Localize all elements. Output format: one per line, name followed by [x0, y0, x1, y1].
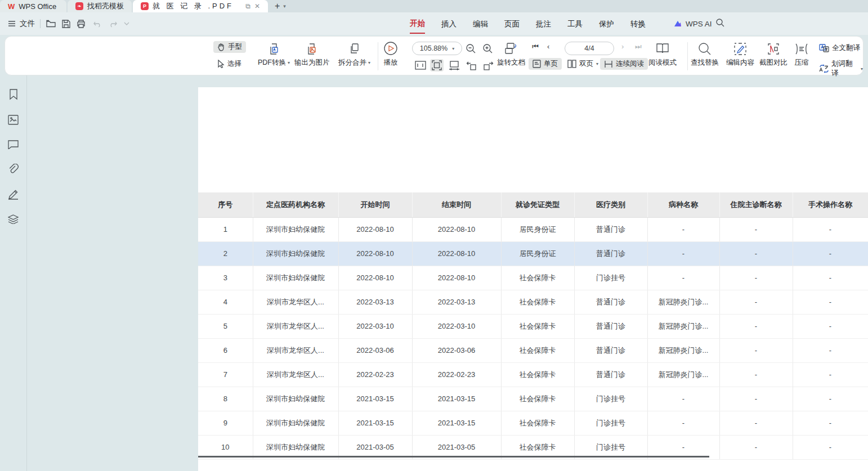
chevron-down-icon[interactable] [122, 19, 132, 29]
menu-tab-page[interactable]: 页面 [504, 14, 520, 33]
divider [687, 42, 688, 70]
tab-label: 就 医 记 录 .PDF [153, 1, 234, 11]
play-button[interactable]: 播放 [383, 41, 398, 68]
hand-tool-button[interactable]: 手型 [213, 41, 246, 53]
column-header: 结束时间 [412, 192, 501, 217]
table-cell: - [793, 266, 868, 290]
thumbnail-icon[interactable] [8, 115, 19, 127]
wps-ai-button[interactable]: WPS AI [673, 12, 712, 35]
double-page-button[interactable]: 双页 ▾ [563, 58, 602, 70]
continuous-read-label: 连续阅读 [616, 59, 644, 69]
tab-label: 找稻壳模板 [87, 1, 124, 11]
rotate-document-button[interactable]: 旋转文档 [497, 42, 525, 68]
zoom-in-icon[interactable] [482, 43, 493, 53]
save-icon[interactable] [61, 19, 71, 29]
table-cell: - [719, 314, 793, 338]
table-cell: 门诊挂号 [574, 411, 647, 435]
first-page-icon[interactable]: ⏮ [532, 42, 539, 51]
tab-document-pdf[interactable]: P 就 医 记 录 .PDF ⧉ ✕ [133, 0, 268, 12]
wps-logo-icon: W [8, 2, 15, 11]
column-header: 手术操作名称 [793, 192, 868, 217]
continuous-read-button[interactable]: 连续阅读 [600, 58, 648, 70]
actual-size-button[interactable] [414, 59, 427, 71]
fit-width-button[interactable] [448, 59, 461, 71]
table-cell: 社会保障卡 [501, 362, 574, 387]
table-cell: 2022-03-13 [338, 290, 412, 314]
single-page-icon [533, 60, 541, 68]
table-cell: - [719, 387, 793, 411]
read-mode-button[interactable]: 阅读模式 [648, 42, 677, 68]
double-page-icon [567, 60, 576, 68]
word-translate-button[interactable]: 划词翻译 ▾ [819, 59, 863, 78]
export-image-button[interactable]: 输出为图片 [294, 42, 330, 68]
compress-button[interactable]: 压缩 [794, 42, 809, 68]
zoom-out-icon[interactable] [466, 43, 476, 53]
menu-tab-convert[interactable]: 转换 [630, 14, 646, 33]
comment-icon[interactable] [8, 140, 19, 151]
single-page-button[interactable]: 单页 [529, 58, 562, 70]
tab-docer-templates[interactable]: ❧ 找稻壳模板 [68, 0, 132, 12]
hand-icon [217, 43, 225, 51]
export-image-label: 输出为图片 [294, 58, 330, 68]
tab-label: WPS Office [19, 2, 56, 11]
table-cell: - [793, 217, 868, 241]
signature-icon[interactable] [8, 189, 19, 202]
table-cell: - [719, 338, 793, 362]
tab-wps-office[interactable]: W WPS Office [0, 0, 66, 12]
file-menu-button[interactable]: 文件 [7, 19, 35, 29]
menu-tab-edit[interactable]: 编辑 [473, 14, 488, 33]
column-header: 住院主诊断名称 [719, 192, 793, 217]
layers-icon[interactable] [8, 214, 19, 226]
search-icon[interactable] [715, 17, 725, 28]
table-cell: 深圳市妇幼保健院 [253, 241, 338, 266]
table-cell: 2021-03-15 [412, 387, 501, 411]
table-cell: 3 [198, 266, 253, 290]
attachment-icon[interactable] [8, 164, 19, 177]
close-tab-icon[interactable]: ✕ [254, 2, 260, 10]
find-replace-button[interactable]: 查找替换 [691, 42, 719, 68]
rotate-left-button[interactable] [464, 59, 478, 71]
undo-icon[interactable] [92, 19, 102, 29]
last-page-icon[interactable]: ⏭ [635, 42, 642, 51]
rotate-document-icon [504, 42, 518, 56]
next-page-icon[interactable]: › [621, 42, 624, 51]
present-icon[interactable]: ⧉ [245, 2, 250, 10]
split-merge-button[interactable]: 拆分合并 ▾ [338, 42, 370, 68]
rotate-right-button[interactable] [481, 59, 495, 71]
find-replace-label: 查找替换 [691, 58, 719, 68]
menu-tab-insert[interactable]: 插入 [441, 14, 457, 33]
table-row: 6深圳市龙华区人...2022-03-062022-03-06社会保障卡普通门诊… [198, 338, 868, 362]
page-number-input[interactable]: 4/4 [565, 42, 614, 55]
full-translate-button[interactable]: 全文翻译 [819, 43, 860, 53]
find-replace-icon [698, 42, 712, 56]
table-cell: 2022-02-23 [338, 362, 412, 387]
zoom-level-value: 105.88% [420, 44, 448, 52]
bookmark-icon[interactable] [8, 89, 19, 102]
column-header: 定点医药机构名称 [253, 192, 338, 217]
redo-icon[interactable] [108, 19, 118, 29]
screenshot-compare-button[interactable]: 截图对比 [759, 42, 788, 68]
menu-tab-tools[interactable]: 工具 [567, 14, 583, 33]
table-cell: - [719, 290, 793, 314]
table-cell: 5 [198, 314, 253, 338]
zoom-level-select[interactable]: 105.88% ▾ [412, 42, 462, 55]
table-cell: 普通门诊 [574, 241, 647, 266]
edit-content-button[interactable]: 编辑内容 [726, 42, 754, 68]
table-cell: 深圳市妇幼保健院 [253, 387, 338, 411]
open-folder-icon[interactable] [46, 19, 56, 29]
select-tool-button[interactable]: 选择 [213, 58, 245, 70]
menu-tab-home[interactable]: 开始 [410, 14, 425, 34]
pdf-convert-button[interactable]: PDF转换 ▾ [258, 42, 290, 68]
menu-tab-annotate[interactable]: 批注 [536, 14, 551, 33]
table-cell: - [793, 241, 868, 266]
fit-page-button[interactable] [430, 59, 444, 71]
prev-page-icon[interactable]: ‹ [547, 42, 549, 51]
hand-tool-label: 手型 [228, 42, 242, 52]
table-row: 8深圳市妇幼保健院2021-03-152021-03-15社会保障卡门诊挂号--… [198, 387, 868, 411]
print-icon[interactable] [76, 19, 86, 29]
menu-tab-protect[interactable]: 保护 [599, 14, 614, 33]
new-tab-button[interactable]: + ▾ [269, 0, 292, 12]
chevron-down-icon: ▾ [452, 46, 454, 51]
pdf-page[interactable]: 序号定点医药机构名称开始时间结束时间就诊凭证类型医疗类别病种名称住院主诊断名称手… [198, 87, 868, 471]
table-cell: 社会保障卡 [501, 314, 574, 338]
